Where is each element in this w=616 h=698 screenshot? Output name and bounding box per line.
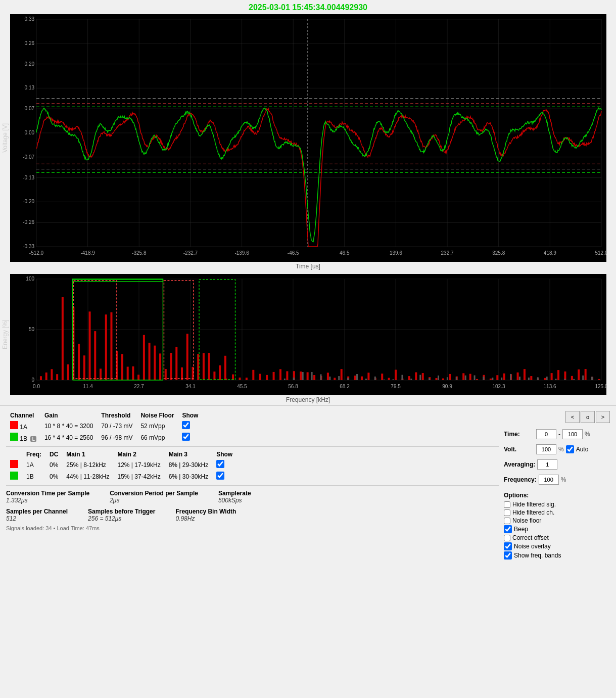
energy-x-axis-label: Frequency [kHz] xyxy=(0,395,616,405)
show-freq-bands-checkbox[interactable] xyxy=(504,551,512,560)
col-channel: Channel xyxy=(6,411,40,420)
stat-conversion-time: Conversion Time per Sample 1.332μs xyxy=(6,490,89,504)
freq-1a-show-checkbox[interactable] xyxy=(216,460,224,468)
freq-1a-color xyxy=(10,460,18,468)
stats-row-2: Samples per Channel 512 Samples before T… xyxy=(6,508,499,522)
channel-1b-noise: 66 mVpp xyxy=(136,432,178,443)
channel-1a-gain: 10 * 8 * 40 = 3200 xyxy=(40,420,97,432)
info-right: < o > Time: - % Volt. % Auto xyxy=(499,411,610,561)
option-noise-floor: Noise floor xyxy=(504,517,610,524)
freq-1b-dc: 0% xyxy=(45,471,62,482)
nav-buttons: < o > xyxy=(504,411,610,423)
energy-y-axis-label: Energy [%] xyxy=(0,274,10,395)
col-gain: Gain xyxy=(40,411,97,420)
noise-overlay-label: Noise overlay xyxy=(514,543,551,550)
frequency-unit: % xyxy=(561,476,566,483)
stat-conversion-period: Conversion Period per Sample 2μs xyxy=(110,490,198,504)
averaging-control-row: Averaging: xyxy=(504,459,610,470)
stats-row-1: Conversion Time per Sample 1.332μs Conve… xyxy=(6,490,499,504)
time-unit: % xyxy=(585,431,590,438)
freq-1a-dc: 0% xyxy=(45,459,62,471)
freq-1b-main3: 6% | 30-30kHz xyxy=(165,471,213,482)
options-section: Options: Hide filtered sig. Hide filtere… xyxy=(504,492,610,561)
volt-label: Volt. xyxy=(504,446,534,453)
option-beep: Beep xyxy=(504,525,610,533)
channel-table: Channel Gain Threshold Noise Floor Show … xyxy=(6,411,202,443)
option-hide-filtered-ch: Hide filtered ch. xyxy=(504,509,610,516)
info-left: Channel Gain Threshold Noise Floor Show … xyxy=(6,411,499,561)
channel-1b-show-checkbox[interactable] xyxy=(182,433,190,441)
channel-row-1a: 1A 10 * 8 * 40 = 3200 70 / -73 mV 52 mVp… xyxy=(6,420,202,432)
time-control-row: Time: - % xyxy=(504,429,610,439)
channel-1a-show-checkbox[interactable] xyxy=(182,421,190,429)
freq-1a-main3: 8% | 29-30kHz xyxy=(165,459,213,471)
freq-1b-color xyxy=(10,472,18,480)
col-main1: Main 1 xyxy=(62,450,113,459)
channel-1b-color xyxy=(10,433,18,441)
freq-row-1b: 1B 0% 44% | 11-28kHz 15% | 37-42kHz 6% |… xyxy=(6,471,236,482)
volt-control-row: Volt. % Auto xyxy=(504,444,610,454)
channel-row-1b: 1B L 16 * 4 * 40 = 2560 96 / -98 mV 66 m… xyxy=(6,432,202,443)
col-main2: Main 2 xyxy=(114,450,165,459)
stat-samplerate: Samplerate 500kSps xyxy=(218,490,251,504)
noise-floor-checkbox[interactable] xyxy=(504,518,510,524)
stat-samples-channel: Samples per Channel 512 xyxy=(6,508,68,522)
col-noise-floor: Noise Floor xyxy=(136,411,178,420)
timestamp: 2025-03-01 15:45:34.004492930 xyxy=(0,0,616,14)
time-separator: - xyxy=(558,431,560,438)
stat-freq-bin: Frequency Bin Width 0.98Hz xyxy=(175,508,236,522)
averaging-input[interactable] xyxy=(537,459,557,470)
volt-input[interactable] xyxy=(536,444,556,454)
freq-1a-name: 1A xyxy=(22,459,45,471)
signals-loaded: Signals loaded: 34 • Load Time: 47ms xyxy=(6,525,499,531)
nav-next-button[interactable]: > xyxy=(596,411,610,423)
frequency-label: Frequency: xyxy=(504,476,537,483)
freq-1b-main1: 44% | 11-28kHz xyxy=(62,471,113,482)
frequency-input[interactable] xyxy=(539,475,559,485)
hide-filtered-ch-checkbox[interactable] xyxy=(504,509,510,516)
nav-prev-button[interactable]: < xyxy=(565,411,580,423)
correct-offset-checkbox[interactable] xyxy=(504,535,510,541)
show-freq-bands-label: Show freq. bands xyxy=(514,552,561,559)
stat-samples-trigger: Samples before Trigger 256 = 512μs xyxy=(88,508,155,522)
col-threshold: Threshold xyxy=(97,411,136,420)
voltage-y-axis-label: Voltage [V] xyxy=(0,14,10,262)
option-show-freq-bands: Show freq. bands xyxy=(504,551,610,560)
options-title: Options: xyxy=(504,492,610,499)
hide-filtered-sig-label: Hide filtered sig. xyxy=(512,501,556,508)
energy-chart-canvas xyxy=(10,274,606,395)
option-correct-offset: Correct offset xyxy=(504,534,610,541)
freq-1b-show-checkbox[interactable] xyxy=(216,472,224,480)
hide-filtered-sig-checkbox[interactable] xyxy=(504,501,510,508)
channel-1a-name: 1A xyxy=(20,424,27,431)
col-main3: Main 3 xyxy=(165,450,213,459)
channel-1b-threshold: 96 / -98 mV xyxy=(97,432,136,443)
nav-reset-button[interactable]: o xyxy=(581,411,595,423)
time-to-input[interactable] xyxy=(562,429,583,439)
main-container: 2025-03-01 15:45:34.004492930 Voltage [V… xyxy=(0,0,616,566)
beep-checkbox[interactable] xyxy=(504,525,512,533)
channel-1b-tag: L xyxy=(30,436,36,442)
col-freq-show: Show xyxy=(212,450,236,459)
time-from-input[interactable] xyxy=(536,429,556,439)
info-panel: Channel Gain Threshold Noise Floor Show … xyxy=(0,405,616,566)
auto-label: Auto xyxy=(576,446,589,453)
col-dc: DC xyxy=(45,450,62,459)
freq-1a-main1: 25% | 8-12kHz xyxy=(62,459,113,471)
channel-1a-threshold: 70 / -73 mV xyxy=(97,420,136,432)
freq-1a-main2: 12% | 17-19kHz xyxy=(114,459,165,471)
col-freq: Freq: xyxy=(22,450,45,459)
option-hide-filtered-sig: Hide filtered sig. xyxy=(504,501,610,508)
frequency-control-row: Frequency: % xyxy=(504,475,610,485)
freq-table: Freq: DC Main 1 Main 2 Main 3 Show 1A 0%… xyxy=(6,450,236,482)
channel-1b-gain: 16 * 4 * 40 = 2560 xyxy=(40,432,97,443)
col-show: Show xyxy=(178,411,202,420)
time-label: Time: xyxy=(504,431,534,438)
noise-floor-label: Noise floor xyxy=(512,517,541,524)
voltage-x-axis-label: Time [us] xyxy=(0,262,616,272)
auto-checkbox[interactable] xyxy=(566,445,574,453)
freq-1b-main2: 15% | 37-42kHz xyxy=(114,471,165,482)
noise-overlay-checkbox[interactable] xyxy=(504,542,512,550)
channel-1a-color xyxy=(10,421,18,429)
beep-label: Beep xyxy=(514,526,528,533)
